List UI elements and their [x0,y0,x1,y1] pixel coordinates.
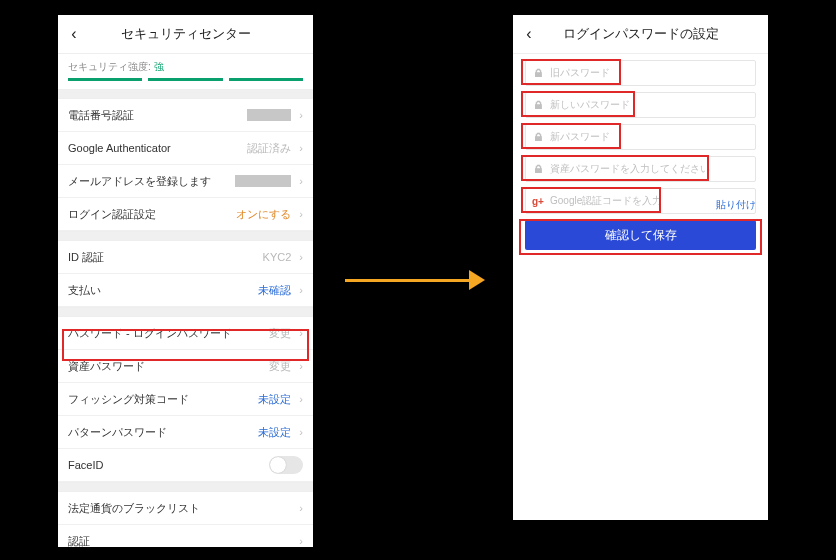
lock-icon: 🔒︎ [532,131,544,143]
chevron-right-icon: › [299,535,303,547]
masked-value [235,175,291,187]
chevron-right-icon: › [299,109,303,121]
chevron-right-icon: › [299,502,303,514]
row-label: ID 認証 [68,250,263,265]
row-login-password[interactable]: パスワード - ログインパスワード 変更› [58,317,313,350]
back-icon[interactable]: ‹ [513,15,545,53]
row-label: 支払い [68,283,258,298]
row-value: › [247,109,303,121]
strength-value: 強 [154,61,164,72]
section-gap [58,231,313,241]
arrow-head-icon [469,270,485,290]
strength-label: セキュリティ強度: [68,61,151,72]
row-login-auth-setting[interactable]: ログイン認証設定 オンにする› [58,198,313,231]
row-faceid[interactable]: FaceID [58,449,313,482]
header: ‹ セキュリティセンター [58,15,313,54]
old-password-field[interactable]: 🔒︎ 旧パスワード [525,60,756,86]
placeholder: 新しいパスワード [550,98,630,112]
chevron-right-icon: › [299,426,303,438]
placeholder: 資産パスワードを入力してください [550,162,710,176]
strength-bars [58,78,313,89]
page-title: セキュリティセンター [90,25,313,43]
row-label: Google Authenticator [68,142,247,154]
chevron-right-icon: › [299,284,303,296]
row-value: 変更› [269,359,303,374]
form-fields: 🔒︎ 旧パスワード 🔒︎ 新しいパスワード 🔒︎ 新パスワード 🔒︎ 資産パスワ… [513,54,768,250]
placeholder: 旧パスワード [550,66,610,80]
row-label: 法定通貨のブラックリスト [68,501,295,516]
new-password-field[interactable]: 🔒︎ 新しいパスワード [525,92,756,118]
row-google-authenticator[interactable]: Google Authenticator 認証済み› [58,132,313,165]
row-label: メールアドレスを登録します [68,174,235,189]
security-strength: セキュリティ強度: 強 [58,54,313,78]
section-gap [58,482,313,492]
row-label: パスワード - ログインパスワード [68,326,269,341]
row-label: 電話番号認証 [68,108,247,123]
asset-password-field[interactable]: 🔒︎ 資産パスワードを入力してください [525,156,756,182]
header: ‹ ログインパスワードの設定 [513,15,768,54]
row-value: 未確認› [258,283,303,298]
row-fiat-blacklist[interactable]: 法定通貨のブラックリスト › [58,492,313,525]
row-phone-auth[interactable]: 電話番号認証 › [58,99,313,132]
row-payment[interactable]: 支払い 未確認› [58,274,313,307]
lock-icon: 🔒︎ [532,163,544,175]
chevron-right-icon: › [299,142,303,154]
flow-arrow [345,270,485,290]
row-value: 変更› [269,326,303,341]
confirm-password-field[interactable]: 🔒︎ 新パスワード [525,124,756,150]
security-center-screen: ‹ セキュリティセンター セキュリティ強度: 強 電話番号認証 › Google… [58,15,313,547]
row-label: 認証 [68,534,295,548]
strength-bar [148,78,222,81]
row-value: 認証済み› [247,141,303,156]
row-asset-password[interactable]: 資産パスワード 変更› [58,350,313,383]
row-label: パターンパスワード [68,425,258,440]
toggle-off-icon[interactable] [269,456,303,474]
page-title: ログインパスワードの設定 [545,25,768,43]
lock-icon: 🔒︎ [532,67,544,79]
row-certification[interactable]: 認証 › [58,525,313,547]
placeholder: Google認証コードを入力 [550,194,662,208]
section-gap [58,307,313,317]
placeholder: 新パスワード [550,130,610,144]
chevron-right-icon: › [299,251,303,263]
back-icon[interactable]: ‹ [58,15,90,53]
row-id-verification[interactable]: ID 認証 KYC2› [58,241,313,274]
lock-icon: 🔒︎ [532,99,544,111]
confirm-save-button[interactable]: 確認して保存 [525,220,756,250]
chevron-right-icon: › [299,360,303,372]
row-register-email[interactable]: メールアドレスを登録します › [58,165,313,198]
section-gap [58,89,313,99]
chevron-right-icon: › [299,208,303,220]
google-plus-icon: g+ [532,196,544,207]
chevron-right-icon: › [299,393,303,405]
row-label: FaceID [68,459,269,471]
row-pattern-password[interactable]: パターンパスワード 未設定› [58,416,313,449]
row-value [269,456,303,474]
strength-bar [68,78,142,81]
row-value: 未設定› [258,425,303,440]
row-label: フィッシング対策コード [68,392,258,407]
row-value: › [295,535,303,547]
paste-button[interactable]: 貼り付け [716,198,756,212]
button-label: 確認して保存 [605,227,677,244]
row-value: › [235,175,303,187]
masked-value [247,109,291,121]
row-label: 資産パスワード [68,359,269,374]
row-phishing-code[interactable]: フィッシング対策コード 未設定› [58,383,313,416]
chevron-right-icon: › [299,327,303,339]
arrow-line [345,279,469,282]
chevron-right-icon: › [299,175,303,187]
row-value: KYC2› [263,251,303,263]
strength-bar [229,78,303,81]
row-label: ログイン認証設定 [68,207,236,222]
login-password-setting-screen: ‹ ログインパスワードの設定 🔒︎ 旧パスワード 🔒︎ 新しいパスワード 🔒︎ … [513,15,768,520]
row-value: 未設定› [258,392,303,407]
row-value: オンにする› [236,207,303,222]
row-value: › [295,502,303,514]
